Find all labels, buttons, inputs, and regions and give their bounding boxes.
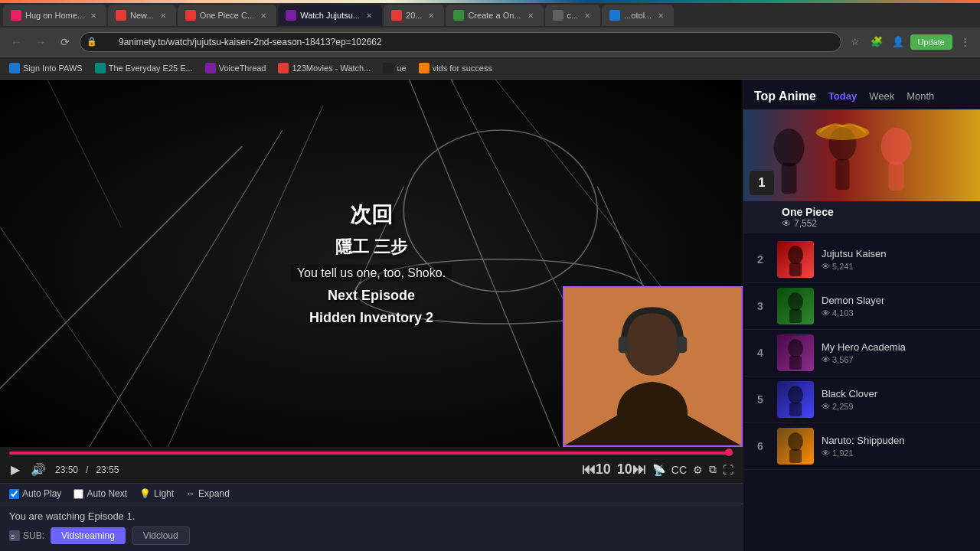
auto-next-label: Auto Next (87, 488, 127, 499)
tab-5-close[interactable]: ✕ (426, 10, 436, 21)
anime-2-name: Jujutsu Kaisen (822, 248, 972, 259)
svg-rect-15 (676, 337, 687, 354)
back-button[interactable]: ← (6, 32, 26, 52)
tab-1[interactable]: Hug on Home... ✕ (3, 5, 106, 26)
tab-4-favicon (286, 10, 296, 21)
bookmarks-bar: Sign Into PAWS The Everyday E25 E... Voi… (0, 57, 980, 80)
thumb-4 (777, 334, 814, 371)
period-tab-today[interactable]: Today (825, 89, 860, 103)
eye-icon-6: 👁 (822, 448, 830, 458)
rewind-10-button[interactable]: ⏮10 (582, 461, 611, 478)
thumb-2 (777, 241, 814, 278)
tab-2-favicon (116, 10, 126, 21)
svg-rect-34 (789, 356, 802, 370)
auto-play-checkbox[interactable]: Auto Play (9, 488, 61, 499)
subtitles-button[interactable]: CC (671, 464, 687, 476)
pip-button[interactable]: ⧉ (709, 463, 717, 476)
tab-6[interactable]: Create a On... ✕ (446, 5, 543, 26)
profile-icon[interactable]: 👤 (889, 33, 907, 51)
tab-8-label: ...otol... (624, 11, 652, 20)
watching-info: You are watching Episode 1. (9, 510, 733, 522)
reload-button[interactable]: ⟳ (55, 32, 75, 52)
sub-icon: S (9, 530, 20, 541)
forward-10-button[interactable]: 10⏭ (617, 461, 646, 478)
anime-3-details: Demon Slayer 👁 4,103 (822, 295, 972, 318)
tab-3-close[interactable]: ✕ (258, 10, 269, 21)
cast-button[interactable]: 📡 (652, 464, 665, 476)
tab-4[interactable]: Watch Jujutsu... ✕ (278, 5, 382, 26)
bookmark-ue[interactable]: ue (380, 61, 409, 75)
auto-play-label: Auto Play (22, 488, 61, 499)
video-player[interactable]: 次回 隱工 三步 You tell us one, too, Shoko. Ne… (0, 80, 743, 447)
rank-4: 4 (751, 347, 769, 359)
period-tab-month[interactable]: Month (903, 89, 937, 103)
auto-next-checkbox[interactable]: Auto Next (74, 488, 127, 499)
bookmark-paws[interactable]: Sign Into PAWS (6, 61, 86, 75)
anime-item-5[interactable]: 5 Black Clover 👁 2,259 (743, 377, 980, 423)
update-button[interactable]: Update (910, 34, 952, 50)
svg-point-23 (881, 128, 912, 165)
anime-6-name: Naruto: Shippuden (822, 435, 972, 446)
bookmark-star-icon[interactable]: ☆ (846, 33, 864, 51)
japanese-title: 次回 (350, 201, 393, 230)
tab-3[interactable]: One Piece C... ✕ (178, 5, 277, 26)
featured-title: One Piece (782, 206, 972, 218)
subtitle-line: You tell us one, too, Shoko. (291, 265, 452, 282)
bookmark-voicethread[interactable]: VoiceThread (202, 61, 270, 75)
bm-vids-favicon (419, 63, 430, 73)
tab-2[interactable]: New... ✕ (108, 5, 176, 26)
featured-art: 1 (743, 109, 980, 201)
settings-button[interactable]: ⚙ (693, 464, 703, 476)
expand-button[interactable]: ↔ Expand (186, 488, 230, 499)
japanese-subtitle: 隱工 三步 (335, 236, 407, 259)
volume-button[interactable]: 🔊 (29, 461, 47, 478)
tab-8-close[interactable]: ✕ (655, 10, 666, 21)
anime-6-details: Naruto: Shippuden 👁 1,921 (822, 435, 972, 458)
extensions-icon[interactable]: 🧩 (867, 33, 886, 51)
bookmark-vids[interactable]: vids for success (416, 61, 495, 75)
menu-icon[interactable]: ⋮ (956, 33, 974, 51)
rank-5: 5 (751, 393, 769, 406)
anime-item-4[interactable]: 4 My Hero Academia 👁 3,567 (743, 330, 980, 377)
bookmark-123movies[interactable]: 123Movies - Watch... (275, 61, 374, 75)
progress-fill (9, 452, 730, 455)
tab-7-close[interactable]: ✕ (582, 10, 593, 21)
tab-6-close[interactable]: ✕ (525, 10, 536, 21)
address-input-wrapper[interactable]: 🔒 9animety.to/watch/jujutsu-kaisen-2nd-s… (80, 32, 841, 52)
vidcloud-button[interactable]: Vidcloud (132, 527, 190, 545)
tab-5[interactable]: 20... ✕ (384, 5, 444, 26)
auto-play-input[interactable] (9, 489, 19, 499)
anime-item-6[interactable]: 6 Naruto: Shippuden 👁 1,921 (743, 423, 980, 470)
address-text: 9animety.to/watch/jujutsu-kaisen-2nd-sea… (119, 37, 382, 47)
vidstreaming-button[interactable]: Vidstreaming (51, 527, 126, 544)
svg-rect-24 (889, 161, 904, 191)
light-icon: 💡 (139, 488, 151, 499)
progress-thumb (725, 448, 733, 456)
webcam-person (564, 286, 741, 447)
thumb-6 (777, 428, 814, 465)
fullscreen-button[interactable]: ⛶ (723, 464, 733, 476)
rank-3: 3 (751, 300, 769, 312)
bm-movies-label: 123Movies - Watch... (292, 64, 371, 73)
bookmark-everyday[interactable]: The Everyday E25 E... (92, 61, 196, 75)
tab-7[interactable]: c... ✕ (545, 5, 601, 26)
thumb-6-art (777, 428, 814, 465)
tab-8[interactable]: ...otol... ✕ (602, 5, 674, 26)
thumb-4-art (777, 334, 814, 371)
tab-1-close[interactable]: ✕ (88, 10, 99, 21)
main-content: 次回 隱工 三步 You tell us one, too, Shoko. Ne… (0, 80, 980, 551)
anime-item-3[interactable]: 3 Demon Slayer 👁 4,103 (743, 283, 980, 330)
light-button[interactable]: 💡 Light (139, 488, 174, 499)
forward-button[interactable]: → (31, 32, 51, 52)
right-controls: ⏮10 10⏭ 📡 CC ⚙ ⧉ ⛶ (582, 461, 733, 478)
anime-item-2[interactable]: 2 Jujutsu Kaisen 👁 5,241 (743, 236, 980, 283)
progress-bar[interactable] (9, 452, 733, 455)
eye-icon-2: 👁 (822, 262, 830, 271)
auto-next-input[interactable] (74, 489, 83, 499)
featured-anime-item[interactable]: 1 One Piece 👁 7,552 (743, 109, 980, 233)
play-pause-button[interactable]: ▶ (9, 461, 21, 478)
tab-2-close[interactable]: ✕ (158, 10, 168, 21)
tab-4-close[interactable]: ✕ (364, 10, 374, 21)
svg-rect-37 (789, 403, 802, 416)
period-tab-week[interactable]: Week (866, 89, 897, 103)
